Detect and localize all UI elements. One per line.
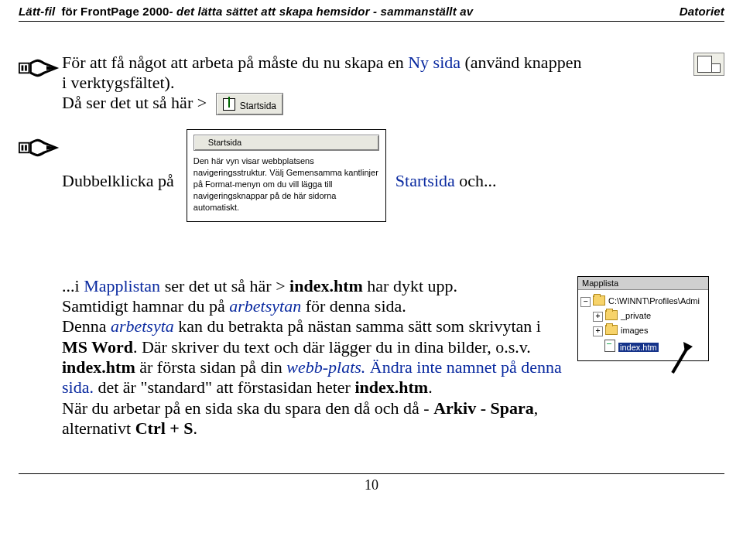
tree-folder-images[interactable]: +images (580, 323, 706, 337)
html-file-icon (604, 340, 615, 352)
pointer-hand-icon (19, 53, 62, 82)
tree-root[interactable]: −C:\WINNT\Profiles\Admi (580, 293, 706, 308)
lbl-arkiv-spara: Arkiv - Spara (433, 398, 534, 418)
expand-icon[interactable]: + (593, 312, 603, 322)
svg-marker-4 (683, 342, 693, 353)
header-subtitle: - det lätta sättet att skapa hemsidor - … (169, 5, 474, 18)
lower-section: ...i Mapplistan ser det ut så här > inde… (19, 276, 724, 439)
p1-ny-sida: Ny sida (408, 53, 461, 72)
header-lead: Lätt-fil (19, 5, 55, 18)
expand-icon[interactable]: + (593, 326, 603, 336)
collapse-icon[interactable]: − (580, 297, 591, 307)
p1-line-a-post: (använd knappen (461, 53, 581, 72)
document-header: Lätt-fil för FrontPage 2000 - det lätta … (19, 5, 724, 22)
page-footer: 10 (19, 473, 724, 493)
frontpage-hint-text: Den här vyn visar webbplatsens navigerin… (193, 156, 378, 211)
header-for: för (61, 5, 77, 18)
startsida-tile-label: Startsida (240, 101, 276, 111)
page-home-icon (223, 98, 235, 111)
lbl-arbetsytan: arbetsytan (229, 296, 301, 316)
header-product: FrontPage 2000 (80, 5, 169, 18)
p1-line-c: Då ser det ut så här > (62, 93, 207, 112)
folder-icon (605, 325, 618, 335)
header-brand: Datoriet (680, 5, 724, 18)
mapplista-panel: Mapplista −C:\WINNT\Profiles\Admi +_priv… (577, 276, 709, 361)
tree-folder-private[interactable]: +_private (580, 308, 706, 323)
p1-line-a-pre: För att få något att arbeta på måste du … (62, 53, 408, 72)
pointer-hand-icon (19, 132, 62, 162)
pointer-arrow-icon (668, 340, 694, 374)
new-page-toolbar-icon (693, 53, 724, 76)
paragraph-2: Dubbelklicka på Startsida Den här vyn vi… (19, 132, 724, 221)
lbl-indexhtm: index.htm (289, 276, 363, 295)
p1-line-b: i verktygsfältet). (62, 73, 174, 92)
frontpage-hint-button[interactable]: Startsida (193, 135, 379, 151)
paragraph-1: För att få något att arbeta på måste du … (19, 53, 724, 115)
startsida-tile: Startsida (216, 93, 283, 115)
mapplista-header: Mapplista (578, 277, 708, 290)
p2-post-b: och... (455, 171, 497, 190)
folder-icon (605, 310, 618, 320)
page-number: 10 (365, 477, 378, 493)
lbl-ctrl-s: Ctrl + S (135, 418, 193, 438)
frontpage-hint-box: Startsida Den här vyn visar webbplatsens… (187, 129, 386, 221)
p2-pre: Dubbelklicka på (62, 171, 174, 190)
folder-icon (593, 295, 605, 306)
p2-startsida: Startsida (395, 171, 455, 190)
lbl-mapplistan: Mapplistan (84, 276, 160, 295)
lower-text: ...i Mapplistan ser det ut så här > inde… (62, 276, 577, 439)
lbl-msword: MS Word (62, 337, 133, 357)
